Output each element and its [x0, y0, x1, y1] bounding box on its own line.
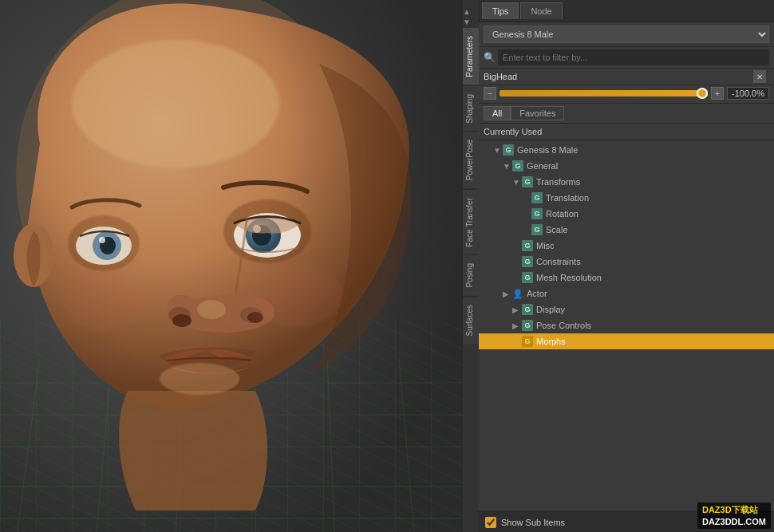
- tab-bar: Tips Node: [479, 0, 774, 22]
- scroll-up-arrow[interactable]: ▲: [463, 6, 479, 17]
- filter-favorites-btn[interactable]: Favorites: [511, 106, 564, 120]
- tree-label-display: Display: [536, 305, 565, 314]
- watermark-line2: DAZ3DDL.COM: [702, 516, 766, 527]
- tree-item-transforms[interactable]: ▼ G Transforms: [479, 174, 774, 190]
- tree-label-scale: Scale: [546, 225, 568, 234]
- watermark-text-2: DAZ3DDL.COM: [702, 517, 766, 526]
- slider-value: -100.0%: [727, 87, 769, 100]
- watermark: DAZ3D下载站 DAZ3DDL.COM: [697, 502, 771, 529]
- tree-label-rotation: Rotation: [546, 209, 579, 219]
- tree-label-misc: Misc: [536, 241, 555, 250]
- arrow-display: ▶: [512, 305, 522, 314]
- arrow-pose-controls: ▶: [512, 321, 522, 330]
- g-icon-genesis8male: G: [503, 144, 514, 156]
- arrow-transforms: ▼: [512, 178, 522, 187]
- tree-label-pose-controls: Pose Controls: [536, 321, 591, 330]
- arrow-translation: [522, 194, 531, 203]
- g-icon-general: G: [512, 160, 523, 171]
- tree-label-genesis8male: Genesis 8 Male: [517, 145, 578, 155]
- tree-label-mesh-resolution: Mesh Resolution: [536, 273, 602, 282]
- arrow-genesis8male: ▼: [493, 146, 503, 155]
- tab-tips[interactable]: Tips: [482, 2, 519, 19]
- 3d-viewport: [0, 0, 463, 532]
- g-icon-scale: G: [531, 224, 543, 235]
- g-icon-morphs: G: [522, 336, 533, 347]
- tree-label-constraints: Constraints: [536, 257, 581, 266]
- character-render: [0, 0, 463, 532]
- main-panel: Tips Node Genesis 8 Male 🔍 BigHead ✕ −: [479, 0, 774, 532]
- g-icon-rotation: G: [531, 208, 543, 219]
- tree-item-mesh-resolution[interactable]: G Mesh Resolution: [479, 270, 774, 286]
- g-icon-misc: G: [522, 240, 533, 251]
- svg-point-15: [72, 40, 279, 167]
- bighead-close-btn[interactable]: ✕: [753, 70, 766, 83]
- tree-item-translation[interactable]: G Translation: [479, 190, 774, 206]
- tree-label-transforms: Transforms: [536, 177, 580, 187]
- tree-label-translation: Translation: [546, 193, 589, 203]
- svg-point-34: [160, 363, 239, 395]
- tree-label-actor: Actor: [527, 289, 547, 298]
- person-icon-actor: 👤: [512, 288, 523, 299]
- filter-row: All Favorites: [479, 104, 774, 124]
- tree-item-actor[interactable]: ▶ 👤 Actor: [479, 286, 774, 301]
- tree-label-general: General: [527, 161, 558, 171]
- g-icon-transforms: G: [522, 176, 533, 187]
- svg-point-32: [247, 263, 343, 327]
- currently-used-label: Currently Used: [479, 124, 774, 140]
- svg-point-33: [64, 275, 144, 331]
- show-sub-items-checkbox[interactable]: [485, 517, 496, 528]
- tree-item-scale[interactable]: G Scale: [479, 222, 774, 238]
- tree-item-misc[interactable]: G Misc: [479, 238, 774, 254]
- arrow-misc: [512, 242, 522, 250]
- search-input[interactable]: [498, 49, 769, 65]
- svg-point-27: [197, 300, 226, 319]
- tree-item-display[interactable]: ▶ G Display: [479, 301, 774, 317]
- svg-point-26: [99, 237, 105, 243]
- arrow-constraints: [512, 258, 522, 266]
- arrow-rotation: [522, 210, 531, 219]
- params-panel: Genesis 8 Male 🔍 BigHead ✕ − + -100.0% A…: [479, 22, 774, 532]
- filter-all-btn[interactable]: All: [484, 106, 511, 120]
- sidebar-item-powerpose[interactable]: PowerPose: [463, 131, 479, 188]
- tree-item-genesis8male[interactable]: ▼ G Genesis 8 Male: [479, 142, 774, 158]
- watermark-line1: DAZ3D下载站: [702, 504, 766, 516]
- arrow-scale: [522, 226, 531, 234]
- scroll-down-arrow[interactable]: ▼: [463, 17, 479, 27]
- arrow-general: ▼: [503, 162, 512, 171]
- slider-thumb[interactable]: [697, 88, 708, 99]
- slider-track[interactable]: [500, 90, 708, 97]
- watermark-text-1: DAZ3D下载站: [702, 505, 758, 514]
- sidebar-item-parameters[interactable]: Parameters: [463, 27, 479, 85]
- arrow-mesh-resolution: [512, 274, 522, 282]
- slider-decrease-btn[interactable]: −: [484, 87, 496, 100]
- tree-view: ▼ G Genesis 8 Male ▼ G General ▼ G Trans…: [479, 140, 774, 511]
- tree-item-constraints[interactable]: G Constraints: [479, 254, 774, 270]
- tree-item-pose-controls[interactable]: ▶ G Pose Controls: [479, 317, 774, 333]
- svg-point-30: [172, 314, 192, 327]
- sidebar-item-posing[interactable]: Posing: [463, 254, 479, 296]
- g-icon-translation: G: [531, 192, 543, 203]
- search-icon: 🔍: [484, 52, 498, 63]
- g-icon-pose-controls: G: [522, 320, 533, 331]
- search-row: 🔍: [479, 47, 774, 69]
- arrow-morphs: [512, 337, 522, 346]
- side-tabs-container: ▲ ▼ Parameters Shaping PowerPose Face Tr…: [463, 0, 479, 532]
- tab-node[interactable]: Node: [520, 2, 562, 19]
- sidebar-item-face-transfer[interactable]: Face Transfer: [463, 189, 479, 255]
- sidebar-item-surfaces[interactable]: Surfaces: [463, 296, 479, 344]
- sidebar-item-shaping[interactable]: Shaping: [463, 85, 479, 132]
- tree-item-morphs[interactable]: G Morphs: [479, 333, 774, 349]
- slider-fill: [500, 90, 708, 97]
- bighead-param-label: BigHead: [484, 72, 753, 81]
- g-icon-mesh-resolution: G: [522, 272, 533, 283]
- tree-label-morphs: Morphs: [536, 337, 566, 346]
- slider-increase-btn[interactable]: +: [711, 87, 724, 100]
- tree-item-rotation[interactable]: G Rotation: [479, 206, 774, 222]
- tree-item-general[interactable]: ▼ G General: [479, 158, 774, 174]
- show-sub-items-label: Show Sub Items: [501, 518, 565, 527]
- bighead-slider-row: − + -100.0%: [479, 85, 774, 104]
- bighead-param-row: BigHead ✕: [479, 69, 774, 85]
- character-dropdown[interactable]: Genesis 8 Male: [484, 26, 769, 43]
- g-icon-constraints: G: [522, 256, 533, 267]
- g-icon-display: G: [522, 304, 533, 315]
